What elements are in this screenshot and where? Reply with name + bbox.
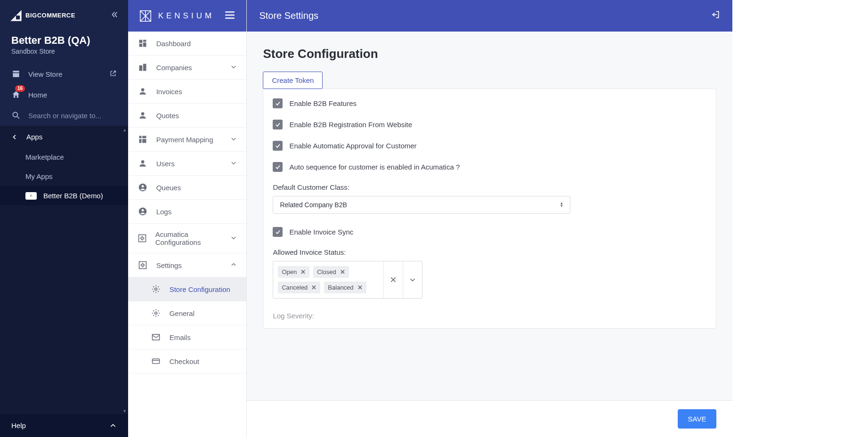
sidebar-item-marketplace[interactable]: Marketplace (0, 147, 128, 167)
chevron-left-icon (11, 134, 18, 140)
sidebar-search[interactable] (0, 105, 128, 126)
nav-settings[interactable]: Settings (128, 253, 247, 277)
select-arrows-icon: ▲▼ (560, 202, 564, 208)
chip-remove-icon[interactable]: ✕ (300, 268, 306, 275)
search-input[interactable] (28, 112, 117, 120)
storefront-icon (11, 69, 21, 79)
svg-point-5 (141, 185, 144, 187)
nav-settings-label: Settings (156, 261, 182, 269)
nav-emails[interactable]: Emails (128, 325, 247, 349)
bc-sidebar: BIGCOMMERCE Better B2B (QA) Sandbox Stor… (0, 0, 128, 437)
main-panel: Store Settings Store Configuration Creat… (247, 0, 732, 437)
multiselect-open-icon[interactable] (403, 261, 422, 298)
svg-rect-10 (139, 262, 146, 269)
allowed-status-label: Allowed Invoice Status: (273, 248, 706, 256)
nav-store-configuration[interactable]: Store Configuration (128, 277, 247, 301)
nav-dashboard-label: Dashboard (156, 40, 191, 48)
gear-icon (151, 284, 161, 294)
chip-remove-icon[interactable]: ✕ (311, 284, 316, 291)
svg-rect-8 (138, 235, 146, 242)
chevron-down-icon (230, 235, 237, 243)
chevron-down-icon (230, 64, 237, 72)
sidebar-item-active-app[interactable]: K Better B2B (Demo) (0, 186, 128, 205)
checkbox-enable-b2b[interactable] (273, 98, 283, 108)
exit-icon[interactable] (711, 10, 720, 22)
person-icon (138, 110, 148, 121)
create-token-button[interactable]: Create Token (263, 72, 323, 89)
nav-quotes[interactable]: Quotes (128, 104, 247, 128)
person-icon (138, 158, 148, 169)
topbar: Store Settings (247, 0, 732, 32)
chevron-up-icon (230, 261, 237, 269)
nav-logs-label: Logs (156, 208, 172, 216)
svg-point-13 (154, 312, 157, 315)
nav-general[interactable]: General (128, 301, 247, 325)
mail-icon (151, 332, 161, 342)
nav-acumatica[interactable]: Acumatica Configurations (128, 224, 247, 253)
user-circle-icon (138, 182, 148, 193)
sidebar-item-view-store[interactable]: View Store (0, 64, 128, 84)
help-label: Help (11, 421, 26, 429)
kensium-logo-icon (138, 9, 153, 23)
save-button[interactable]: SAVE (678, 409, 717, 429)
app-icon: K (25, 192, 37, 200)
scroll-up-indicator: ▲ (122, 128, 128, 132)
nav-invoices[interactable]: Invoices (128, 80, 247, 104)
auto-approve-label: Enable Automatic Approval for Customer (289, 142, 416, 150)
chip-open: Open✕ (278, 266, 309, 278)
allowed-status-multiselect[interactable]: Open✕ Closed✕ Canceled✕ Balanced✕ (273, 261, 422, 299)
kensium-logo: KENSIUM (138, 9, 214, 23)
sidebar-item-apps[interactable]: Apps (0, 126, 128, 147)
multiselect-clear-icon[interactable] (384, 261, 403, 298)
store-name: Better B2B (QA) (11, 34, 117, 47)
gear-box-icon (138, 260, 148, 270)
nav-dashboard[interactable]: Dashboard (128, 32, 247, 56)
apps-label: Apps (26, 133, 42, 141)
companies-icon (138, 62, 148, 73)
nav-users[interactable]: Users (128, 152, 247, 176)
view-store-label: View Store (28, 70, 62, 78)
nav-users-label: Users (156, 160, 175, 168)
checkbox-auto-sequence[interactable] (273, 162, 283, 172)
nav-general-label: General (170, 309, 195, 317)
sidebar-item-help[interactable]: Help (0, 414, 128, 437)
svg-point-9 (141, 237, 143, 240)
enable-reg-label: Enable B2B Registration From Website (289, 121, 412, 129)
svg-point-3 (141, 160, 144, 163)
svg-rect-15 (152, 359, 159, 364)
nav-logs[interactable]: Logs (128, 200, 247, 224)
nav-invoices-label: Invoices (156, 88, 182, 96)
chevron-up-icon (109, 422, 117, 429)
svg-point-2 (141, 112, 144, 115)
nav-payment-label: Payment Mapping (156, 136, 213, 144)
sidebar-item-my-apps[interactable]: My Apps (0, 167, 128, 186)
person-icon (138, 86, 148, 97)
brand-prefix: BIG (25, 12, 37, 19)
nav-checkout[interactable]: Checkout (128, 349, 247, 373)
default-class-select[interactable]: Related Company B2B ▲▼ (273, 196, 570, 214)
auto-seq-label: Auto sequence for customer is enabled in… (289, 163, 460, 171)
home-badge: 16 (15, 85, 25, 92)
nav-queues-label: Queues (156, 184, 181, 192)
store-subtitle: Sandbox Store (11, 48, 117, 55)
nav-companies[interactable]: Companies (128, 56, 247, 80)
checkbox-auto-approval[interactable] (273, 141, 283, 151)
svg-point-0 (13, 112, 17, 117)
grid-icon (138, 134, 148, 145)
nav-store-config-label: Store Configuration (170, 285, 230, 293)
sidebar-item-home[interactable]: 16 Home (0, 84, 128, 105)
nav-payment-mapping[interactable]: Payment Mapping (128, 128, 247, 152)
chip-remove-icon[interactable]: ✕ (340, 268, 345, 275)
kensium-brand: KENSIUM (158, 11, 214, 21)
checkbox-invoice-sync[interactable] (273, 227, 283, 237)
chip-remove-icon[interactable]: ✕ (357, 284, 363, 291)
collapse-sidebar-icon[interactable] (110, 10, 119, 20)
nav-queues[interactable]: Queues (128, 176, 247, 200)
kensium-sidebar: KENSIUM Dashboard Companies Invoices (128, 0, 247, 437)
bigcommerce-logo: BIGCOMMERCE (9, 9, 75, 22)
hamburger-icon[interactable] (224, 9, 236, 23)
nav-quotes-label: Quotes (156, 112, 179, 120)
svg-point-12 (154, 288, 157, 291)
card-icon (151, 356, 161, 366)
checkbox-enable-registration[interactable] (273, 120, 283, 129)
